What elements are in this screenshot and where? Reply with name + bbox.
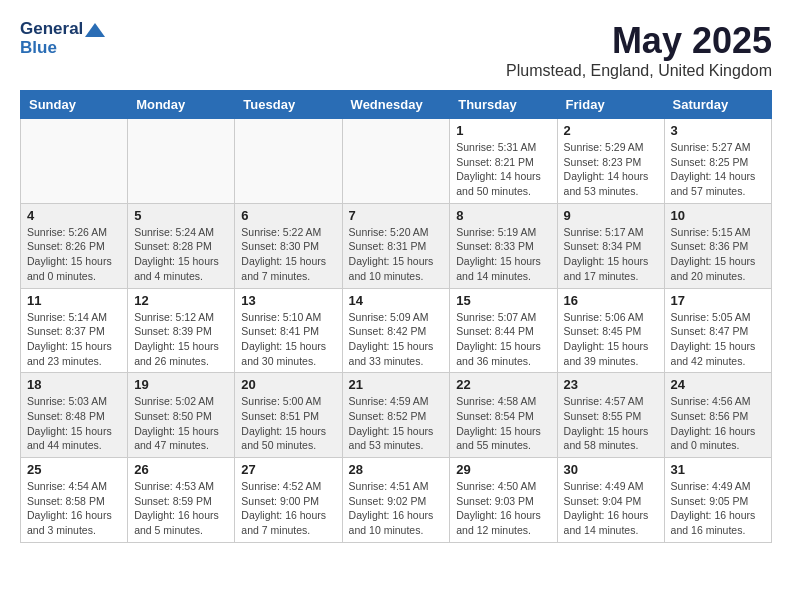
table-row	[21, 119, 128, 204]
day-info: Sunrise: 5:17 AMSunset: 8:34 PMDaylight:…	[564, 225, 658, 284]
day-info: Sunrise: 5:29 AMSunset: 8:23 PMDaylight:…	[564, 140, 658, 199]
day-info: Sunrise: 5:27 AMSunset: 8:25 PMDaylight:…	[671, 140, 765, 199]
table-row: 29Sunrise: 4:50 AMSunset: 9:03 PMDayligh…	[450, 458, 557, 543]
table-row: 4Sunrise: 5:26 AMSunset: 8:26 PMDaylight…	[21, 203, 128, 288]
day-number: 27	[241, 462, 335, 477]
day-info: Sunrise: 5:14 AMSunset: 8:37 PMDaylight:…	[27, 310, 121, 369]
day-info: Sunrise: 4:57 AMSunset: 8:55 PMDaylight:…	[564, 394, 658, 453]
table-row: 6Sunrise: 5:22 AMSunset: 8:30 PMDaylight…	[235, 203, 342, 288]
day-info: Sunrise: 5:24 AMSunset: 8:28 PMDaylight:…	[134, 225, 228, 284]
day-info: Sunrise: 5:20 AMSunset: 8:31 PMDaylight:…	[349, 225, 444, 284]
col-thursday: Thursday	[450, 91, 557, 119]
table-row: 1Sunrise: 5:31 AMSunset: 8:21 PMDaylight…	[450, 119, 557, 204]
day-number: 18	[27, 377, 121, 392]
day-number: 22	[456, 377, 550, 392]
day-number: 21	[349, 377, 444, 392]
table-row: 11Sunrise: 5:14 AMSunset: 8:37 PMDayligh…	[21, 288, 128, 373]
day-info: Sunrise: 4:50 AMSunset: 9:03 PMDaylight:…	[456, 479, 550, 538]
day-info: Sunrise: 4:52 AMSunset: 9:00 PMDaylight:…	[241, 479, 335, 538]
table-row: 20Sunrise: 5:00 AMSunset: 8:51 PMDayligh…	[235, 373, 342, 458]
day-info: Sunrise: 5:03 AMSunset: 8:48 PMDaylight:…	[27, 394, 121, 453]
table-row: 7Sunrise: 5:20 AMSunset: 8:31 PMDaylight…	[342, 203, 450, 288]
col-sunday: Sunday	[21, 91, 128, 119]
day-number: 19	[134, 377, 228, 392]
table-row: 3Sunrise: 5:27 AMSunset: 8:25 PMDaylight…	[664, 119, 771, 204]
logo-text: General	[20, 20, 105, 39]
day-number: 31	[671, 462, 765, 477]
day-info: Sunrise: 5:09 AMSunset: 8:42 PMDaylight:…	[349, 310, 444, 369]
table-row: 12Sunrise: 5:12 AMSunset: 8:39 PMDayligh…	[128, 288, 235, 373]
day-number: 7	[349, 208, 444, 223]
table-row	[235, 119, 342, 204]
calendar-week-row: 11Sunrise: 5:14 AMSunset: 8:37 PMDayligh…	[21, 288, 772, 373]
day-info: Sunrise: 5:05 AMSunset: 8:47 PMDaylight:…	[671, 310, 765, 369]
table-row: 30Sunrise: 4:49 AMSunset: 9:04 PMDayligh…	[557, 458, 664, 543]
table-row: 27Sunrise: 4:52 AMSunset: 9:00 PMDayligh…	[235, 458, 342, 543]
day-number: 1	[456, 123, 550, 138]
day-number: 24	[671, 377, 765, 392]
table-row: 5Sunrise: 5:24 AMSunset: 8:28 PMDaylight…	[128, 203, 235, 288]
day-number: 14	[349, 293, 444, 308]
table-row	[342, 119, 450, 204]
table-row: 13Sunrise: 5:10 AMSunset: 8:41 PMDayligh…	[235, 288, 342, 373]
day-number: 30	[564, 462, 658, 477]
day-number: 4	[27, 208, 121, 223]
day-info: Sunrise: 5:26 AMSunset: 8:26 PMDaylight:…	[27, 225, 121, 284]
table-row: 23Sunrise: 4:57 AMSunset: 8:55 PMDayligh…	[557, 373, 664, 458]
table-row: 9Sunrise: 5:17 AMSunset: 8:34 PMDaylight…	[557, 203, 664, 288]
day-info: Sunrise: 5:00 AMSunset: 8:51 PMDaylight:…	[241, 394, 335, 453]
table-row: 25Sunrise: 4:54 AMSunset: 8:58 PMDayligh…	[21, 458, 128, 543]
day-info: Sunrise: 4:49 AMSunset: 9:05 PMDaylight:…	[671, 479, 765, 538]
svg-marker-0	[85, 23, 105, 37]
title-section: May 2025 Plumstead, England, United King…	[506, 20, 772, 80]
day-number: 10	[671, 208, 765, 223]
table-row: 2Sunrise: 5:29 AMSunset: 8:23 PMDaylight…	[557, 119, 664, 204]
day-info: Sunrise: 4:54 AMSunset: 8:58 PMDaylight:…	[27, 479, 121, 538]
logo: General Blue	[20, 20, 105, 57]
day-number: 3	[671, 123, 765, 138]
day-number: 8	[456, 208, 550, 223]
day-info: Sunrise: 5:31 AMSunset: 8:21 PMDaylight:…	[456, 140, 550, 199]
col-monday: Monday	[128, 91, 235, 119]
day-info: Sunrise: 5:19 AMSunset: 8:33 PMDaylight:…	[456, 225, 550, 284]
location-title: Plumstead, England, United Kingdom	[506, 62, 772, 80]
table-row: 18Sunrise: 5:03 AMSunset: 8:48 PMDayligh…	[21, 373, 128, 458]
table-row: 14Sunrise: 5:09 AMSunset: 8:42 PMDayligh…	[342, 288, 450, 373]
day-number: 20	[241, 377, 335, 392]
day-info: Sunrise: 4:59 AMSunset: 8:52 PMDaylight:…	[349, 394, 444, 453]
table-row: 17Sunrise: 5:05 AMSunset: 8:47 PMDayligh…	[664, 288, 771, 373]
day-number: 26	[134, 462, 228, 477]
day-number: 17	[671, 293, 765, 308]
table-row: 10Sunrise: 5:15 AMSunset: 8:36 PMDayligh…	[664, 203, 771, 288]
table-row: 28Sunrise: 4:51 AMSunset: 9:02 PMDayligh…	[342, 458, 450, 543]
day-number: 15	[456, 293, 550, 308]
day-number: 25	[27, 462, 121, 477]
col-wednesday: Wednesday	[342, 91, 450, 119]
day-info: Sunrise: 4:51 AMSunset: 9:02 PMDaylight:…	[349, 479, 444, 538]
day-number: 5	[134, 208, 228, 223]
table-row: 15Sunrise: 5:07 AMSunset: 8:44 PMDayligh…	[450, 288, 557, 373]
day-number: 11	[27, 293, 121, 308]
day-number: 13	[241, 293, 335, 308]
day-number: 12	[134, 293, 228, 308]
calendar-header-row: Sunday Monday Tuesday Wednesday Thursday…	[21, 91, 772, 119]
calendar-week-row: 18Sunrise: 5:03 AMSunset: 8:48 PMDayligh…	[21, 373, 772, 458]
table-row: 26Sunrise: 4:53 AMSunset: 8:59 PMDayligh…	[128, 458, 235, 543]
day-number: 2	[564, 123, 658, 138]
calendar-week-row: 1Sunrise: 5:31 AMSunset: 8:21 PMDaylight…	[21, 119, 772, 204]
day-number: 23	[564, 377, 658, 392]
table-row: 8Sunrise: 5:19 AMSunset: 8:33 PMDaylight…	[450, 203, 557, 288]
calendar-week-row: 25Sunrise: 4:54 AMSunset: 8:58 PMDayligh…	[21, 458, 772, 543]
day-info: Sunrise: 5:07 AMSunset: 8:44 PMDaylight:…	[456, 310, 550, 369]
day-info: Sunrise: 5:02 AMSunset: 8:50 PMDaylight:…	[134, 394, 228, 453]
day-info: Sunrise: 5:06 AMSunset: 8:45 PMDaylight:…	[564, 310, 658, 369]
day-info: Sunrise: 5:10 AMSunset: 8:41 PMDaylight:…	[241, 310, 335, 369]
day-info: Sunrise: 5:12 AMSunset: 8:39 PMDaylight:…	[134, 310, 228, 369]
day-info: Sunrise: 4:53 AMSunset: 8:59 PMDaylight:…	[134, 479, 228, 538]
day-info: Sunrise: 5:22 AMSunset: 8:30 PMDaylight:…	[241, 225, 335, 284]
day-number: 6	[241, 208, 335, 223]
day-info: Sunrise: 5:15 AMSunset: 8:36 PMDaylight:…	[671, 225, 765, 284]
logo-blue: Blue	[20, 39, 105, 58]
day-number: 16	[564, 293, 658, 308]
table-row: 31Sunrise: 4:49 AMSunset: 9:05 PMDayligh…	[664, 458, 771, 543]
